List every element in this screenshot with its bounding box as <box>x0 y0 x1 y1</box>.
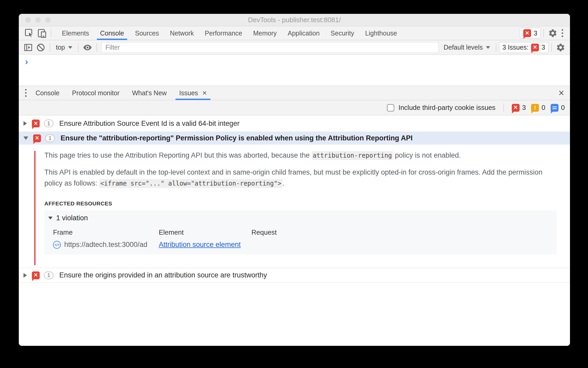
issue-row-trustworthy-origins[interactable]: × 1 Ensure the origins provided in an at… <box>19 268 570 283</box>
chevron-down-icon <box>68 46 72 49</box>
frame-source-icon: </> <box>53 241 61 249</box>
description-text: . <box>283 179 285 187</box>
toggle-device-toolbar-button[interactable] <box>36 27 48 39</box>
violations-count-label: 1 violation <box>56 214 88 222</box>
create-live-expression-button[interactable] <box>81 41 94 54</box>
error-badge-icon: × <box>32 271 40 279</box>
devtools-window: DevTools - publisher.test:8081/ Elements… <box>19 14 570 346</box>
element-cell: Attribution source element <box>159 241 251 249</box>
error-badge-icon: × <box>523 29 531 37</box>
collapse-arrow-icon <box>48 217 52 219</box>
third-party-cookie-checkbox[interactable] <box>387 104 394 111</box>
drawer-tab-issues[interactable]: Issues × <box>173 86 213 100</box>
error-count-group: × 3 <box>512 104 526 112</box>
drawer-tab-whats-new[interactable]: What's New <box>126 86 173 100</box>
issues-counter-button[interactable]: 3 Issues: × 3 <box>499 42 549 53</box>
clear-console-button[interactable] <box>34 41 47 54</box>
info-count-group: 0 <box>551 104 565 112</box>
attribution-source-element-link[interactable]: Attribution source element <box>159 241 241 248</box>
column-header-frame: Frame <box>53 228 159 236</box>
tab-performance[interactable]: Performance <box>199 26 248 40</box>
context-label: top <box>56 44 65 51</box>
show-console-sidebar-button[interactable] <box>22 41 34 54</box>
info-badge-icon <box>551 104 558 112</box>
drawer-more-tools-button[interactable] <box>22 89 29 97</box>
issue-error-marker-line <box>34 151 36 265</box>
issue-title: Ensure the "attribution-reporting" Permi… <box>61 134 413 142</box>
inline-code: <iframe src="..." allow="attribution-rep… <box>99 179 283 188</box>
drawer-tab-console[interactable]: Console <box>29 86 66 100</box>
separator <box>543 29 544 37</box>
collapse-arrow-icon[interactable] <box>23 136 28 140</box>
zoom-window-button[interactable] <box>45 17 50 22</box>
clear-ban-icon <box>36 43 45 52</box>
issue-row-event-id[interactable]: × 1 Ensure Attribution Source Event Id i… <box>19 115 570 132</box>
issue-title: Ensure the origins provided in an attrib… <box>59 271 267 279</box>
third-party-cookie-label: Include third-party cookie issues <box>398 104 495 112</box>
console-settings-button[interactable] <box>554 41 567 54</box>
close-window-button[interactable] <box>26 17 31 22</box>
error-badge-icon: × <box>512 104 520 112</box>
close-drawer-button[interactable]: × <box>556 88 566 98</box>
separator <box>96 43 97 52</box>
minimize-window-button[interactable] <box>36 17 40 22</box>
expand-arrow-icon[interactable] <box>23 273 27 278</box>
tab-elements[interactable]: Elements <box>56 26 95 40</box>
inspect-cursor-icon <box>24 28 34 38</box>
column-header-request: Request <box>251 228 277 236</box>
log-levels-label: Default levels <box>444 44 483 51</box>
separator <box>50 43 50 52</box>
javascript-context-selector[interactable]: top <box>53 44 75 51</box>
traffic-lights <box>26 14 50 26</box>
tab-security[interactable]: Security <box>325 26 360 40</box>
violations-expander[interactable]: 1 violation <box>48 214 557 222</box>
log-levels-dropdown[interactable]: Default levels <box>440 44 493 51</box>
expand-arrow-icon[interactable] <box>23 121 27 126</box>
description-text: policy is not enabled. <box>393 151 461 159</box>
panel-tabs: Elements Console Sources Network Perform… <box>56 26 403 40</box>
separator <box>496 43 496 52</box>
separator <box>503 104 504 112</box>
issues-counter-label: 3 Issues: <box>502 44 528 51</box>
sidebar-panel-icon <box>23 43 33 52</box>
chevron-down-icon <box>486 46 490 49</box>
affected-resources-table: Frame Element Request </> https://adtech… <box>53 228 557 249</box>
affected-resources-heading: AFFECTED RESOURCES <box>44 200 560 207</box>
drawer-spacer <box>213 86 556 100</box>
console-prompt-chevron: › <box>25 56 28 66</box>
console-messages-area[interactable]: › <box>19 55 570 86</box>
issue-title: Ensure Attribution Source Event Id is a … <box>59 120 239 128</box>
separator <box>78 43 79 52</box>
info-count: 0 <box>561 104 565 112</box>
separator <box>51 29 51 37</box>
filter-input[interactable] <box>102 42 438 53</box>
tab-memory[interactable]: Memory <box>248 26 282 40</box>
issue-row-permission-policy[interactable]: × 1 Ensure the "attribution-reporting" P… <box>19 132 570 145</box>
violations-section: 1 violation Frame Element Request </> ht… <box>44 210 557 254</box>
tab-lighthouse[interactable]: Lighthouse <box>360 26 402 40</box>
tab-network[interactable]: Network <box>164 26 199 40</box>
error-count: 3 <box>522 104 526 112</box>
warning-count-group: ! 0 <box>531 104 545 112</box>
issue-description-paragraph-1: This page tries to use the Attribution R… <box>44 150 556 161</box>
tab-console[interactable]: Console <box>95 26 130 40</box>
more-options-menu-button[interactable] <box>559 29 566 37</box>
issue-description-paragraph-2: This API is enabled by default in the to… <box>44 167 556 189</box>
issues-error-counter[interactable]: × 3 <box>520 28 541 39</box>
description-text: This page tries to use the Attribution R… <box>44 151 312 159</box>
tab-sources[interactable]: Sources <box>130 26 164 40</box>
gear-icon <box>556 43 565 52</box>
error-badge-icon: × <box>33 134 41 142</box>
issue-count-pill: 1 <box>45 134 55 142</box>
error-badge-icon: × <box>32 120 40 127</box>
tab-application[interactable]: Application <box>282 26 325 40</box>
drawer-tab-issues-label: Issues <box>179 89 198 97</box>
warning-count: 0 <box>542 104 545 112</box>
console-toolbar: top Default levels 3 Issues: × 3 <box>19 40 570 55</box>
drawer-tab-protocol-monitor[interactable]: Protocol monitor <box>66 86 126 100</box>
close-issues-tab-icon[interactable]: × <box>202 89 207 97</box>
settings-button[interactable] <box>546 27 559 39</box>
error-count: 3 <box>534 29 537 37</box>
inspect-element-button[interactable] <box>23 27 36 39</box>
separator <box>551 43 552 52</box>
